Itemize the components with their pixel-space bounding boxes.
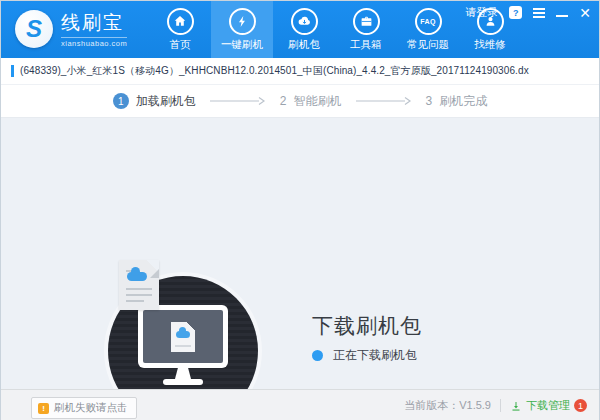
footer: ! 刷机失败请点击 当前版本：V1.5.9 下载管理 1: [1, 389, 599, 420]
version-text: 当前版本：V1.5.9: [404, 398, 491, 413]
flash-failed-label: 刷机失败请点击: [54, 401, 128, 415]
app-logo: S 线刷宝 xianshuabao.com: [15, 10, 127, 48]
minimize-icon[interactable]: [556, 15, 568, 17]
monitor-icon: [138, 305, 228, 385]
step-arrow-icon: [209, 96, 267, 106]
toolbox-icon: [353, 8, 380, 35]
titlebar: 请登录 ? ✕: [465, 5, 591, 20]
step-1-circle: 1: [113, 93, 129, 109]
page-title: 下载刷机包: [312, 312, 422, 340]
rom-file-icon: [171, 322, 195, 352]
rom-path-bar: (648339)_小米_红米1S（移动4G）_KHHCNBH12.0.20145…: [1, 58, 599, 85]
status-row: 正在下载刷机包: [312, 347, 417, 364]
home-icon: [167, 8, 194, 35]
status-text: 正在下载刷机包: [333, 347, 417, 364]
download-manager-button[interactable]: 下载管理 1: [510, 398, 587, 413]
path-accent-bar: [11, 65, 14, 77]
help-icon[interactable]: ?: [509, 6, 522, 19]
nav-item-rom-packages[interactable]: 刷机包: [273, 1, 335, 58]
footer-right: 当前版本：V1.5.9 下载管理 1: [404, 398, 587, 413]
step-smart-flash: 2 智能刷机: [280, 93, 342, 110]
app-window: 请登录 ? ✕ S 线刷宝 xianshuabao.com 首页: [0, 0, 600, 420]
nav-item-faq[interactable]: FAQ 常见问题: [397, 1, 459, 58]
faq-icon: FAQ: [415, 8, 442, 35]
warning-icon: !: [38, 403, 49, 414]
header: 请登录 ? ✕ S 线刷宝 xianshuabao.com 首页: [1, 1, 599, 58]
main-content: 下载刷机包 正在下载刷机包 正在下载刷机包，已下载： 10.90MB/475.0…: [1, 118, 599, 389]
lightning-icon: [229, 8, 256, 35]
app-name: 线刷宝: [61, 10, 127, 36]
status-dot-icon: [312, 350, 323, 361]
nav-item-one-key-flash[interactable]: 一键刷机: [211, 1, 273, 58]
cloud-download-icon: [291, 8, 318, 35]
step-load-package: 1 加载刷机包: [113, 93, 196, 110]
download-count-badge: 1: [574, 399, 587, 412]
divider: [500, 399, 501, 412]
nav-item-toolbox[interactable]: 工具箱: [335, 1, 397, 58]
app-domain: xianshuabao.com: [61, 37, 127, 48]
rom-document-icon: [119, 260, 159, 310]
menu-icon[interactable]: [533, 8, 545, 18]
close-icon[interactable]: ✕: [579, 6, 591, 20]
download-icon: [510, 400, 522, 412]
step-indicator: 1 加载刷机包 2 智能刷机 3 刷机完成: [1, 85, 599, 118]
logo-icon: S: [15, 10, 53, 48]
rom-file-name: (648339)_小米_红米1S（移动4G）_KHHCNBH12.0.20145…: [20, 64, 529, 78]
step-flash-complete: 3 刷机完成: [426, 93, 488, 110]
nav-item-home[interactable]: 首页: [149, 1, 211, 58]
step-arrow-icon: [355, 96, 413, 106]
flash-failed-button[interactable]: ! 刷机失败请点击: [31, 397, 137, 419]
login-link[interactable]: 请登录: [465, 5, 498, 20]
